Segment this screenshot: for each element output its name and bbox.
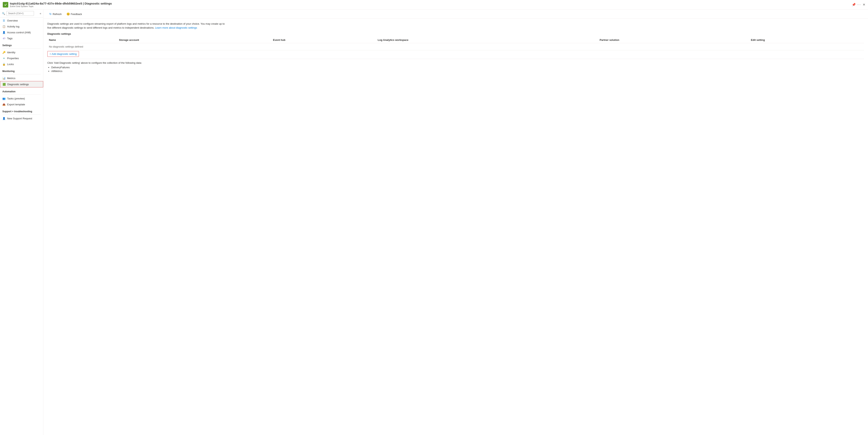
pin-icon[interactable]: 📌 — [852, 3, 856, 6]
sidebar-item-label: Overview — [7, 19, 18, 22]
sidebar-item-export-template[interactable]: 📤 Export template — [0, 101, 43, 107]
main-content: ↻ Refresh 😊 Feedback Diagnostic settings… — [43, 9, 868, 435]
feedback-label: Feedback — [71, 12, 82, 15]
refresh-label: Refresh — [53, 12, 62, 15]
section-label-settings: Settings — [0, 41, 43, 48]
sidebar-item-new-support[interactable]: 👤 New Support Request — [0, 116, 43, 121]
col-storage: Storage account — [117, 37, 272, 43]
sidebar-item-label: Access control (IAM) — [7, 31, 31, 34]
sidebar-item-diagnostic-settings[interactable]: 🟩 Diagnostic settings — [0, 81, 43, 87]
section-label-automation: Automation — [0, 87, 43, 94]
diagnostic-settings-table: Name Storage account Event hub Log Analy… — [48, 37, 864, 59]
sidebar-item-label: Activity log — [7, 25, 19, 28]
search-area: 🔍 « — [0, 9, 43, 18]
sidebar-item-label: New Support Request — [7, 117, 32, 120]
list-item: DeliveryFailures — [51, 66, 864, 69]
support-icon: 👤 — [2, 117, 5, 120]
resource-icon — [3, 2, 8, 7]
col-edit: Edit setting — [749, 37, 864, 43]
section-divider-monitoring — [2, 74, 41, 74]
sidebar-item-identity[interactable]: 🔑 Identity — [0, 49, 43, 55]
sidebar-item-access-control[interactable]: 👤 Access control (IAM) — [0, 29, 43, 35]
properties-icon: ≡ — [2, 57, 5, 60]
sidebar-item-locks[interactable]: 🔒 Locks — [0, 61, 43, 67]
sidebar-item-tasks[interactable]: 👥 Tasks (preview) — [0, 95, 43, 101]
more-options-icon[interactable]: ··· — [857, 3, 861, 6]
refresh-button[interactable]: ↻ Refresh — [48, 11, 64, 17]
iam-icon: 👤 — [2, 31, 5, 34]
section-label-support: Support + troubleshooting — [0, 107, 43, 114]
content-area: Diagnostic settings are used to configur… — [43, 19, 868, 76]
header-actions: 📌 ··· ✕ — [852, 3, 865, 6]
overview-icon: ☰ — [2, 19, 5, 22]
header-title-group: topic01stg-811a624a-8a77-437e-89de-dfeb5… — [10, 2, 850, 7]
collapse-sidebar-icon[interactable]: « — [40, 12, 41, 15]
sidebar-item-activity-log[interactable]: 📋 Activity log — [0, 24, 43, 29]
col-event-hub: Event hub — [272, 37, 376, 43]
resource-type-label: Event Grid System Topic — [10, 5, 850, 7]
sidebar-item-label: Properties — [7, 57, 19, 60]
list-item: AllMetrics — [51, 70, 864, 72]
section-divider — [2, 48, 41, 49]
refresh-icon: ↻ — [49, 12, 52, 15]
col-name: Name — [48, 37, 117, 43]
toolbar: ↻ Refresh 😊 Feedback — [43, 9, 868, 19]
learn-more-link[interactable]: Learn more about diagnostic settings — [155, 26, 197, 29]
section-divider-automation — [2, 94, 41, 95]
add-setting-row: + Add diagnostic setting — [48, 50, 864, 59]
data-items-list: DeliveryFailures AllMetrics — [51, 66, 864, 72]
activity-log-icon: 📋 — [2, 25, 5, 28]
export-icon: 📤 — [2, 103, 5, 106]
main-layout: 🔍 « ☰ Overview 📋 Activity log 👤 Access c… — [0, 9, 868, 435]
sidebar-item-label: Metrics — [7, 77, 16, 80]
sidebar-item-label: Tasks (preview) — [7, 97, 25, 100]
tasks-icon: 👥 — [2, 97, 5, 100]
sidebar-item-label: Locks — [7, 63, 14, 66]
click-info-text: Click 'Add Diagnostic setting' above to … — [48, 61, 864, 64]
metrics-icon: 📊 — [2, 76, 5, 80]
sidebar: 🔍 « ☰ Overview 📋 Activity log 👤 Access c… — [0, 9, 43, 435]
no-settings-text: No diagnostic settings defined — [48, 43, 864, 50]
feedback-button[interactable]: 😊 Feedback — [64, 11, 84, 17]
col-log-analytics: Log Analytics workspace — [376, 37, 598, 43]
sidebar-item-label: Export template — [7, 103, 25, 106]
page-header: topic01stg-811a624a-8a77-437e-89de-dfeb5… — [0, 0, 868, 9]
feedback-icon: 😊 — [66, 12, 70, 15]
diagnostic-icon: 🟩 — [3, 83, 6, 86]
sidebar-item-label: Diagnostic settings — [7, 83, 29, 86]
sidebar-item-tags[interactable]: 🏷 Tags — [0, 35, 43, 41]
table-header-row: Name Storage account Event hub Log Analy… — [48, 37, 864, 43]
add-diagnostic-setting-button[interactable]: + Add diagnostic setting — [48, 51, 79, 57]
sidebar-item-metrics[interactable]: 📊 Metrics — [0, 75, 43, 81]
sidebar-item-overview[interactable]: ☰ Overview — [0, 18, 43, 24]
svg-rect-0 — [4, 3, 7, 6]
add-setting-cell: + Add diagnostic setting — [48, 50, 864, 59]
close-icon[interactable]: ✕ — [863, 3, 865, 6]
description-text: Diagnostic settings are used to configur… — [48, 22, 225, 30]
page-title: topic01stg-811a624a-8a77-437e-89de-dfeb5… — [10, 2, 850, 5]
locks-icon: 🔒 — [2, 63, 5, 66]
col-partner: Partner solution — [598, 37, 749, 43]
search-icon: 🔍 — [2, 12, 5, 15]
no-settings-row: No diagnostic settings defined — [48, 43, 864, 50]
add-setting-label: + Add diagnostic setting — [50, 53, 77, 56]
sidebar-item-label: Tags — [7, 37, 12, 40]
section-title: Diagnostic settings — [48, 32, 864, 35]
sidebar-item-properties[interactable]: ≡ Properties — [0, 55, 43, 61]
tags-icon: 🏷 — [2, 37, 5, 40]
section-label-monitoring: Monitoring — [0, 67, 43, 73]
sidebar-item-label: Identity — [7, 51, 16, 54]
identity-icon: 🔑 — [2, 51, 5, 54]
search-input[interactable] — [6, 11, 34, 16]
